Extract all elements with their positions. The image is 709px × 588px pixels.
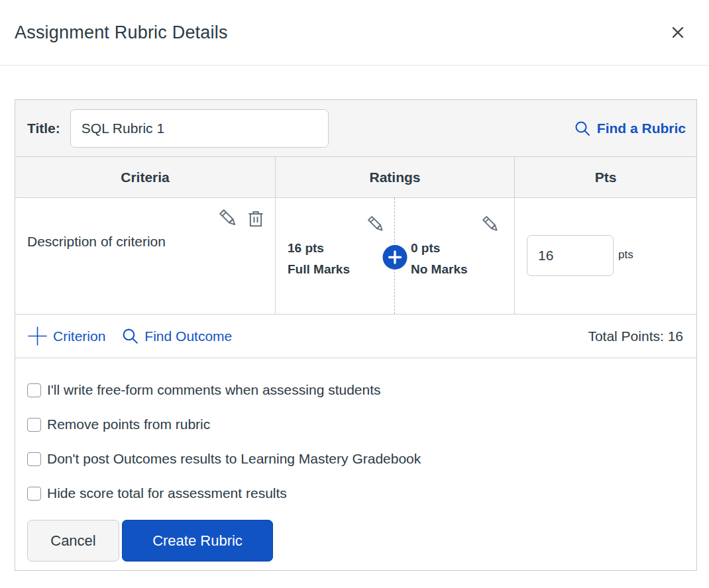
checkbox[interactable] — [27, 418, 41, 432]
criterion-actions — [219, 209, 266, 229]
dialog-buttons: Cancel Create Rubric — [27, 520, 684, 562]
plus-icon — [27, 326, 48, 346]
delete-criterion-button[interactable] — [246, 209, 266, 229]
find-a-rubric-link[interactable]: Find a Rubric — [574, 120, 686, 137]
rubric-title-input[interactable] — [70, 109, 329, 148]
cancel-button[interactable]: Cancel — [27, 520, 119, 562]
ratings-column-header: Ratings — [276, 157, 515, 197]
add-rating-button[interactable] — [383, 245, 408, 270]
rubric-title-row: Title: Find a Rubric — [15, 100, 696, 157]
rating-full-marks: 16 pts Full Marks — [276, 198, 395, 314]
plus-circle-icon — [388, 250, 402, 264]
edit-rating-button[interactable] — [482, 215, 501, 234]
criterion-points-input[interactable] — [527, 235, 614, 276]
rubric-options-section: I'll write free-form comments when asses… — [15, 358, 696, 562]
rubric-table-header: Criteria Ratings Pts — [15, 157, 696, 198]
pencil-icon — [219, 209, 239, 229]
create-rubric-button[interactable]: Create Rubric — [122, 520, 273, 562]
checkbox-label: I'll write free-form comments when asses… — [47, 382, 381, 398]
criterion-description: Description of criterion — [27, 234, 263, 250]
option-hide-score-total: Hide score total for assessment results — [27, 476, 684, 511]
rating-no-marks: 0 pts No Marks — [395, 198, 514, 314]
option-remove-points: Remove points from rubric — [27, 407, 684, 442]
page-title: Assignment Rubric Details — [15, 23, 228, 43]
rating-label: No Marks — [411, 259, 514, 280]
option-dont-post-outcomes: Don't post Outcomes results to Learning … — [27, 442, 684, 476]
rating-points: 0 pts — [411, 238, 514, 259]
checkbox-label: Hide score total for assessment results — [47, 485, 287, 501]
search-icon — [574, 120, 591, 137]
add-criterion-link[interactable]: Criterion — [27, 326, 105, 346]
ratings-cell: 16 pts Full Marks 0 pts — [276, 198, 515, 314]
criteria-cell: Description of criterion — [15, 198, 276, 314]
title-label: Title: — [27, 121, 60, 136]
add-criterion-label: Criterion — [53, 328, 105, 344]
checkbox-label: Remove points from rubric — [47, 416, 210, 432]
find-outcome-label: Find Outcome — [144, 328, 232, 344]
criterion-row: Description of criterion 16 — [15, 198, 696, 314]
total-points: Total Points: 16 — [588, 328, 683, 344]
rubric-table-footer: Criterion Find Outcome Total Points: 16 — [15, 314, 696, 358]
trash-icon — [246, 209, 266, 229]
edit-criterion-button[interactable] — [219, 209, 239, 229]
rating-points: 16 pts — [288, 238, 394, 259]
checkbox[interactable] — [27, 487, 41, 501]
option-free-form-comments: I'll write free-form comments when asses… — [27, 373, 684, 407]
checkbox[interactable] — [27, 452, 41, 466]
points-unit-label: pts — [618, 248, 633, 262]
pencil-icon — [482, 215, 501, 234]
rubric-editor-panel: Title: Find a Rubric Criteria Ratings Pt… — [15, 99, 697, 571]
search-icon — [121, 327, 139, 345]
rating-label: Full Marks — [288, 259, 394, 280]
edit-rating-button[interactable] — [367, 215, 386, 234]
modal-header: Assignment Rubric Details — [0, 0, 709, 66]
checkbox-label: Don't post Outcomes results to Learning … — [47, 451, 421, 467]
find-a-rubric-label: Find a Rubric — [597, 121, 686, 136]
close-icon — [671, 25, 685, 40]
criteria-column-header: Criteria — [15, 157, 276, 197]
find-outcome-link[interactable]: Find Outcome — [121, 327, 232, 345]
close-button[interactable] — [667, 21, 689, 44]
pencil-icon — [367, 215, 386, 234]
checkbox[interactable] — [27, 383, 41, 397]
points-cell: pts — [515, 198, 696, 314]
pts-column-header: Pts — [515, 157, 696, 197]
